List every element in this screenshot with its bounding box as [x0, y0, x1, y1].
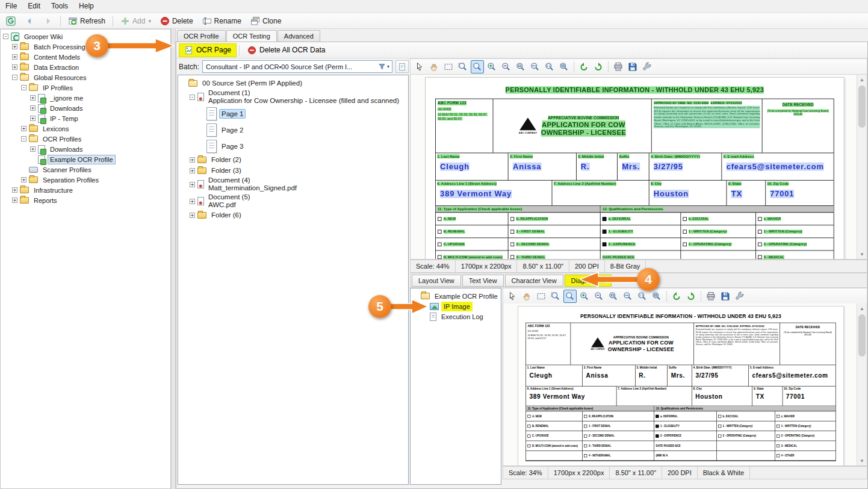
- tree-item-downloads[interactable]: +Downloads: [2, 103, 170, 113]
- tree-item-separation-profiles[interactable]: +Separation Profiles: [2, 175, 170, 185]
- zoom-window-icon[interactable]: [563, 290, 577, 303]
- tab-ocr-profile[interactable]: OCR Profile: [177, 30, 226, 42]
- zoom-width-icon[interactable]: [529, 60, 542, 73]
- tab-advanced[interactable]: Advanced: [277, 30, 320, 42]
- menu-edit[interactable]: Edit: [22, 0, 46, 13]
- app-icon[interactable]: [2, 14, 20, 28]
- expander-plus-icon[interactable]: +: [12, 54, 17, 60]
- scrollbar-thumb[interactable]: [858, 86, 866, 128]
- scroll-up-icon[interactable]: ▲: [857, 75, 867, 84]
- expander-plus-icon[interactable]: +: [12, 187, 17, 193]
- zoom-in-icon[interactable]: [578, 290, 591, 303]
- expander-plus-icon[interactable]: +: [30, 146, 36, 152]
- settings-icon[interactable]: [733, 290, 746, 303]
- expander-plus-icon[interactable]: +: [190, 157, 195, 163]
- expander-plus-icon[interactable]: +: [30, 105, 36, 111]
- tree-item-page-2[interactable]: Page 2: [179, 122, 408, 138]
- settings-icon[interactable]: [640, 60, 654, 73]
- tree-item-page-1[interactable]: Page 1: [179, 105, 408, 122]
- tree-item-downloads[interactable]: +Downloads: [2, 144, 170, 154]
- batch-document-button[interactable]: [395, 60, 409, 73]
- expander-plus-icon[interactable]: +: [190, 199, 195, 204]
- document-viewer-bottom[interactable]: PERSONALLY IDENTIFIABLE INFORMATION - WI…: [503, 304, 867, 466]
- save-icon[interactable]: [626, 60, 639, 73]
- rotate-ccw-icon[interactable]: [670, 290, 683, 303]
- zoom-out-icon[interactable]: [592, 290, 606, 303]
- tree-item-lexicons[interactable]: +Lexicons: [2, 123, 170, 134]
- zoom-width-icon[interactable]: [621, 290, 634, 303]
- expander-minus-icon[interactable]: -: [12, 75, 17, 80]
- scroll-down-icon[interactable]: ▼: [857, 456, 867, 466]
- tree-item-page-3[interactable]: Page 3: [179, 138, 408, 154]
- pan-icon[interactable]: [520, 290, 533, 303]
- tree-item-global-resources[interactable]: -Global Resources: [2, 72, 170, 83]
- menu-help[interactable]: Help: [73, 0, 99, 13]
- tab-ocr-testing[interactable]: OCR Testing: [226, 30, 277, 42]
- tab-character-view[interactable]: Character View: [505, 275, 563, 287]
- scroll-down-icon[interactable]: ▼: [857, 249, 867, 259]
- expander-plus-icon[interactable]: +: [190, 168, 195, 173]
- tree-item-document-1[interactable]: -Document (1)Application for Cow Ownersh…: [179, 89, 408, 105]
- zoom-actual-icon[interactable]: 1:1: [543, 60, 556, 73]
- tree-item-00-source-set-perm-ip-applied[interactable]: 00 Source Set (Perm IP Applied): [179, 78, 408, 89]
- zoom-actual-icon[interactable]: 1:1: [636, 290, 649, 303]
- filter-icon[interactable]: [378, 63, 386, 70]
- rotate-cw-icon[interactable]: [684, 290, 698, 303]
- tree-item-folder-6[interactable]: +Folder (6): [179, 210, 408, 220]
- expander-plus-icon[interactable]: +: [30, 116, 36, 121]
- tab-text-view[interactable]: Text View: [462, 275, 504, 287]
- tree-item-ocr-profiles[interactable]: -OCR Profiles: [2, 134, 170, 144]
- zoom-fit-icon[interactable]: [607, 290, 620, 303]
- zoom-window-icon[interactable]: [471, 60, 484, 73]
- zoom-fit-icon[interactable]: [514, 60, 527, 73]
- expander-minus-icon[interactable]: -: [190, 95, 195, 100]
- marquee-icon[interactable]: [535, 290, 548, 303]
- tree-item-document-5[interactable]: +Document (5)AWC.pdf: [179, 193, 408, 210]
- delete-all-ocr-data-button[interactable]: Delete All OCR Data: [242, 43, 330, 57]
- tree-item-scanner-profiles[interactable]: Scanner Profiles: [2, 164, 170, 175]
- zoom-in-icon[interactable]: [485, 60, 498, 73]
- menu-file[interactable]: File: [0, 0, 22, 13]
- tree-item-ignore-me[interactable]: +_ignore me: [2, 93, 170, 103]
- vertical-scrollbar[interactable]: ▲ ▼: [857, 75, 867, 259]
- tree-item-reports[interactable]: +Reports: [2, 195, 170, 205]
- chevron-down-icon[interactable]: ▾: [386, 64, 391, 69]
- ocr-page-button[interactable]: OCR Page: [179, 43, 237, 57]
- expander-plus-icon[interactable]: +: [21, 126, 26, 131]
- add-button[interactable]: Add▾: [116, 14, 155, 28]
- batch-combobox[interactable]: Consultant - IP and OCR•00 Source Set (P…: [202, 60, 392, 73]
- print-icon[interactable]: [612, 60, 625, 73]
- expander-plus-icon[interactable]: +: [12, 198, 17, 203]
- zoom-selection-icon[interactable]: [650, 290, 663, 303]
- expander-plus-icon[interactable]: +: [190, 213, 195, 218]
- expander-plus-icon[interactable]: +: [21, 177, 26, 182]
- expander-plus-icon[interactable]: +: [30, 95, 36, 101]
- tree-item-folder-3[interactable]: +Folder (3): [179, 165, 408, 176]
- tree-item-data-extraction[interactable]: +Data Extraction: [2, 62, 170, 72]
- rotate-ccw-icon[interactable]: [577, 60, 591, 73]
- nav-forward-button[interactable]: [39, 14, 57, 28]
- scrollbar-thumb[interactable]: [858, 314, 866, 357]
- expander-minus-icon[interactable]: -: [3, 34, 8, 39]
- expander-plus-icon[interactable]: +: [190, 182, 195, 187]
- zoom-marquee-icon[interactable]: [549, 290, 562, 303]
- rename-button[interactable]: Rename: [198, 14, 246, 28]
- panel-splitter[interactable]: [171, 29, 176, 489]
- save-icon[interactable]: [719, 290, 732, 303]
- pointer-icon[interactable]: [413, 60, 426, 73]
- marquee-icon[interactable]: [442, 60, 455, 73]
- tree-item-example-ocr-profile[interactable]: Example OCR Profile: [2, 154, 170, 164]
- expander-plus-icon[interactable]: +: [12, 44, 17, 49]
- zoom-selection-icon[interactable]: [557, 60, 571, 73]
- zoom-out-icon[interactable]: [500, 60, 513, 73]
- delete-button[interactable]: Delete: [156, 14, 197, 28]
- rotate-cw-icon[interactable]: [592, 60, 605, 73]
- refresh-button[interactable]: Refresh: [64, 14, 110, 28]
- vertical-scrollbar[interactable]: ▲ ▼: [857, 304, 867, 466]
- expander-minus-icon[interactable]: -: [21, 85, 26, 90]
- pointer-icon[interactable]: [506, 290, 519, 303]
- tree-item-infrastructure[interactable]: +Infrastructure: [2, 185, 170, 195]
- tree-item-document-4[interactable]: +Document (4)Matt_termination_Signed.pdf: [179, 176, 408, 193]
- nav-back-button[interactable]: [20, 14, 39, 28]
- tab-layout-view[interactable]: Layout View: [412, 275, 461, 287]
